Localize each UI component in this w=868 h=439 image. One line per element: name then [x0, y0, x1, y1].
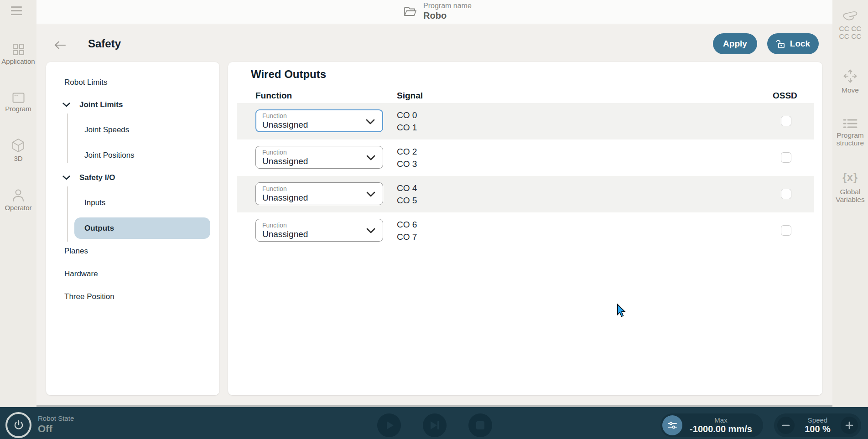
speed-settings-button[interactable] — [662, 415, 682, 435]
nav-item-robot-limits[interactable]: Robot Limits — [64, 78, 107, 87]
nav-item-inputs[interactable]: Inputs — [84, 198, 105, 207]
signal-name: CO 6 — [397, 218, 417, 231]
sidebar-item-operator[interactable]: Operator — [0, 189, 36, 212]
sidebar-label-3d: 3D — [0, 155, 36, 162]
app-screen: Application Program 3D — [0, 0, 868, 439]
chevron-down-icon — [366, 155, 375, 160]
nav-item-safety-io[interactable]: Safety I/O — [62, 173, 115, 182]
robot-state-block: Robot State Off — [38, 415, 74, 434]
rail-label-variables: Variables — [832, 196, 868, 203]
dropdown-label: Function — [262, 185, 376, 192]
signal-cell: CO 0 CO 1 — [397, 109, 417, 134]
signal-name: CO 3 — [397, 158, 417, 170]
nav-item-hardware[interactable]: Hardware — [64, 269, 98, 279]
apply-button-label: Apply — [723, 39, 747, 49]
program-name-block[interactable]: Program name Robo — [404, 2, 472, 21]
chevron-down-icon — [366, 119, 375, 124]
panel-title: Wired Outputs — [251, 68, 326, 81]
signal-name: CO 2 — [397, 145, 417, 158]
nav-connector-line — [67, 114, 68, 163]
lock-button[interactable]: Lock — [767, 33, 819, 54]
speed-increase-button[interactable] — [841, 417, 858, 434]
move-arrows-icon — [842, 68, 858, 84]
ossd-checkbox[interactable] — [781, 152, 791, 163]
output-row-2: Function Unassigned CO 2 CO 3 — [237, 139, 814, 176]
rail-item-hand-guide[interactable]: CC CC CC CC — [832, 9, 868, 40]
program-name-texts: Program name Robo — [423, 2, 472, 21]
dropdown-value: Unassigned — [262, 119, 376, 130]
rail-item-global-variables[interactable]: {x} Global Variables — [832, 171, 868, 203]
global-variables-icon: {x} — [832, 171, 868, 184]
nav-item-joint-limits[interactable]: Joint Limits — [62, 100, 123, 109]
speed-decrease-button[interactable] — [777, 417, 795, 434]
rail-label-program-structure-2: structure — [832, 139, 868, 147]
function-dropdown[interactable]: Function Unassigned — [255, 182, 383, 205]
signal-name: CO 0 — [397, 109, 417, 121]
robot-power-button[interactable] — [5, 412, 31, 438]
nav-connector-line — [67, 186, 68, 242]
back-arrow-icon — [53, 41, 67, 50]
ossd-checkbox[interactable] — [781, 225, 791, 236]
sidebar-item-program[interactable]: Program — [0, 93, 36, 113]
play-button[interactable] — [377, 413, 401, 437]
nav-item-three-position[interactable]: Three Position — [64, 292, 114, 301]
speed-block: Speed 100 % — [795, 417, 841, 434]
safety-nav-panel: Robot Limits Joint Limits Joint Speeds J… — [46, 62, 219, 395]
apply-button[interactable]: Apply — [713, 33, 757, 54]
back-button[interactable] — [53, 37, 69, 53]
sidebar-label-operator: Operator — [0, 204, 36, 212]
lock-button-label: Lock — [790, 39, 810, 49]
stop-icon — [476, 421, 485, 430]
nav-item-outputs-selected[interactable]: Outputs — [74, 217, 210, 239]
nav-item-joint-positions[interactable]: Joint Positions — [84, 151, 135, 160]
nav-label-joint-limits: Joint Limits — [79, 100, 123, 109]
max-speed-pill: Max -1000.00 mm/s — [660, 413, 763, 437]
nav-item-joint-speeds[interactable]: Joint Speeds — [84, 125, 129, 134]
right-rail: CC CC CC CC Move Pr — [832, 0, 868, 407]
column-header-function: Function — [255, 91, 292, 101]
program-name-value: Robo — [423, 10, 472, 21]
function-dropdown[interactable]: Function Unassigned — [255, 219, 383, 242]
cube-3d-icon — [11, 138, 25, 153]
sidebar-item-3d[interactable]: 3D — [0, 138, 36, 162]
nav-label-safety-io: Safety I/O — [79, 173, 115, 182]
rail-item-program-structure[interactable]: Program structure — [832, 118, 868, 147]
speed-pill: Speed 100 % — [774, 413, 861, 437]
column-header-ossd: OSSD — [773, 91, 797, 101]
page-title: Safety — [88, 37, 121, 50]
power-icon — [12, 419, 25, 432]
step-button[interactable] — [423, 413, 447, 437]
outputs-table: Function Unassigned CO 0 CO 1 Function U… — [237, 103, 814, 249]
lock-open-icon — [776, 39, 785, 49]
sidebar-item-application[interactable]: Application — [0, 43, 36, 65]
dropdown-label: Function — [262, 149, 376, 156]
rail-label-global: Global — [832, 188, 868, 196]
rail-item-move[interactable]: Move — [832, 68, 868, 94]
function-dropdown[interactable]: Function Unassigned — [255, 146, 383, 169]
hamburger-menu-icon[interactable] — [11, 6, 22, 17]
robot-state-label: Robot State — [38, 415, 74, 422]
play-icon — [384, 420, 395, 431]
dropdown-value: Unassigned — [262, 192, 376, 203]
signal-cell: CO 2 CO 3 — [397, 145, 417, 170]
speed-label: Speed — [795, 417, 841, 424]
top-bar: Program name Robo — [36, 0, 832, 24]
stop-button[interactable] — [468, 413, 492, 437]
column-header-signal: Signal — [397, 91, 423, 101]
hand-guide-icon — [842, 9, 859, 23]
ossd-checkbox[interactable] — [781, 116, 791, 126]
wired-outputs-panel: Wired Outputs Function Signal OSSD Funct… — [228, 62, 822, 395]
chevron-down-icon — [62, 176, 70, 180]
rail-label-move: Move — [832, 86, 868, 94]
ossd-checkbox[interactable] — [781, 189, 791, 199]
dropdown-label: Function — [262, 112, 376, 119]
plus-icon — [845, 421, 853, 429]
nav-item-planes[interactable]: Planes — [64, 247, 88, 256]
operator-person-icon — [11, 189, 25, 202]
signal-name: CO 7 — [397, 231, 417, 243]
function-dropdown[interactable]: Function Unassigned — [255, 109, 383, 132]
rail-label-program-structure-1: Program — [832, 131, 868, 139]
program-name-label: Program name — [423, 2, 472, 10]
output-row-4: Function Unassigned CO 6 CO 7 — [237, 212, 814, 249]
sidebar-label-program: Program — [0, 105, 36, 113]
